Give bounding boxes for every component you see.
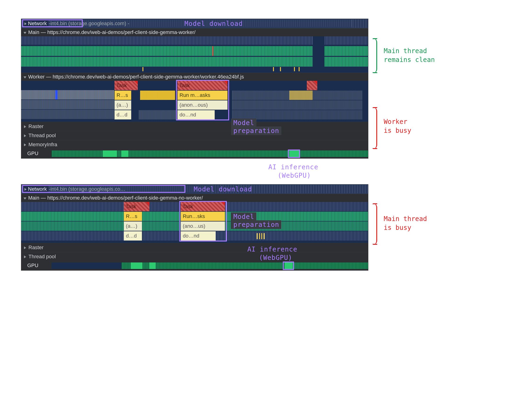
worker-thread-url: Worker — https://chrome.dev/web-ai-demos…: [28, 74, 244, 80]
timing-marks: [21, 67, 368, 72]
call-frame[interactable]: d…d: [124, 231, 142, 240]
task-block[interactable]: Task: [177, 81, 228, 90]
chevron-right-icon: [24, 123, 26, 129]
call-frame[interactable]: (anon…ous): [177, 100, 228, 110]
call-frame[interactable]: do…nd: [177, 110, 215, 120]
gpu-track[interactable]: GPU: [21, 149, 368, 158]
call-frame[interactable]: Run m…asks: [177, 91, 228, 100]
annotation-ai-inference: AI inference: [268, 163, 318, 171]
annotation-model-download: Model download: [194, 185, 252, 193]
call-frame[interactable]: (ano…us): [181, 221, 225, 231]
brace-icon: [371, 203, 377, 245]
chevron-down-icon: [24, 29, 26, 35]
call-frame[interactable]: (a…): [124, 221, 142, 231]
chevron-down-icon: [24, 74, 26, 80]
chevron-right-icon: [24, 20, 27, 27]
trace-panel: Network -int4.bin (storage.googleapis.co…: [21, 19, 368, 159]
call-frame[interactable]: R…s: [124, 212, 142, 221]
call-frame[interactable]: Run…sks: [181, 212, 225, 221]
call-frame[interactable]: d…d: [114, 110, 131, 120]
trace-panel: Network -int4.bin (storage.googleapis.co…: [21, 184, 368, 271]
network-file-name: -int4.bin (storage.googleapis.com) -: [49, 20, 129, 27]
annotation-main-clean: Main threadremains clean: [384, 46, 435, 64]
annotation-ai-inference: AI inference: [247, 245, 297, 253]
raster-track[interactable]: Raster: [21, 122, 368, 131]
chevron-right-icon: [24, 254, 26, 260]
annotation-ai-inference-sub: (WebGPU): [278, 172, 311, 179]
network-label: Network: [23, 186, 48, 193]
thread-pool-track[interactable]: Thread pool: [21, 252, 368, 261]
raster-track[interactable]: Raster: [21, 243, 368, 252]
chevron-right-icon: [24, 245, 26, 251]
gpu-label: GPU: [25, 150, 40, 157]
brace-icon: [371, 107, 377, 149]
call-frame[interactable]: (a…): [114, 100, 131, 110]
main-thread-url: Main — https://chrome.dev/web-ai-demos/p…: [28, 195, 203, 201]
annotation-worker-busy: Workeris busy: [384, 117, 411, 135]
annotation-model-prep2: preparation: [231, 220, 281, 229]
chevron-down-icon: [24, 195, 26, 201]
gpu-track[interactable]: GPU: [21, 261, 368, 270]
call-frame[interactable]: R…s: [114, 91, 131, 100]
profiler-trace-no-worker: Network -int4.bin (storage.googleapis.co…: [21, 184, 441, 271]
brace-icon: [371, 38, 377, 73]
main-thread-flame[interactable]: [21, 36, 368, 73]
worker-thread-header[interactable]: Worker — https://chrome.dev/web-ai-demos…: [21, 73, 368, 81]
main-thread-header[interactable]: Main — https://chrome.dev/web-ai-demos/p…: [21, 28, 368, 36]
annotation-model-prep2: preparation: [231, 127, 281, 135]
chevron-right-icon: [24, 186, 27, 192]
thread-pool-track[interactable]: Thread pool: [21, 131, 368, 140]
task-block[interactable]: Task: [181, 202, 225, 211]
annotation-ai-inference-sub: (WebGPU): [259, 254, 292, 261]
call-frame[interactable]: do…nd: [181, 231, 216, 240]
annotation-main-busy: Main threadis busy: [384, 214, 427, 232]
chevron-right-icon: [24, 132, 26, 138]
main-thread-flame[interactable]: Task R…s (a…) d…d Task Run…sks (ano…us) …: [21, 202, 368, 243]
gpu-label: GPU: [25, 262, 40, 268]
annotation-model-download: Model download: [184, 20, 243, 28]
network-file-name: -int4.bin (storage.googleapis.co…: [49, 186, 125, 192]
network-label: Network: [23, 20, 48, 27]
chevron-right-icon: [24, 142, 26, 148]
main-thread-header[interactable]: Main — https://chrome.dev/web-ai-demos/p…: [21, 194, 368, 202]
task-block[interactable]: Task: [124, 202, 149, 211]
annotation-model-prep: Model: [231, 119, 256, 127]
annotation-model-prep: Model: [231, 212, 256, 221]
task-block[interactable]: Task: [114, 81, 138, 90]
main-thread-url: Main — https://chrome.dev/web-ai-demos/p…: [28, 29, 196, 35]
memory-infra-track[interactable]: MemoryInfra: [21, 140, 368, 149]
profiler-trace-with-worker: Network -int4.bin (storage.googleapis.co…: [21, 19, 441, 159]
worker-thread-flame[interactable]: Task R…s (a…) d…d Task Run m…asks (anon……: [21, 81, 368, 122]
